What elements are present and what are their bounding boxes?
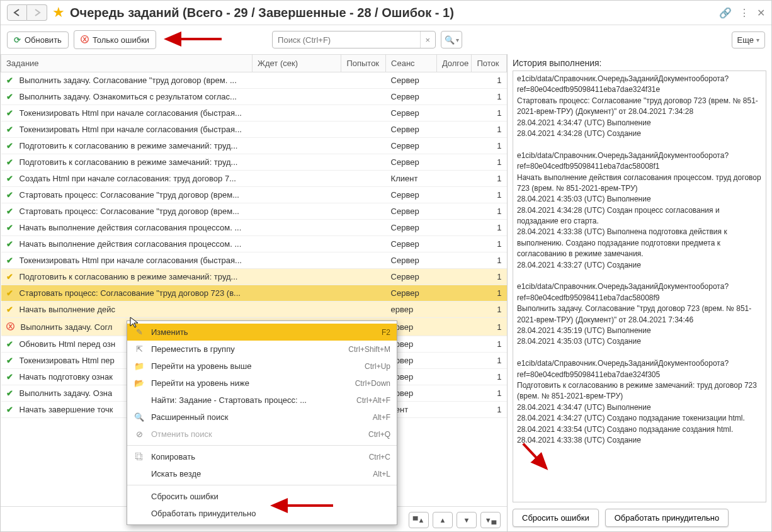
search-box[interactable]: × [272, 31, 436, 48]
menu-item-label: Перейти на уровень ниже [151, 378, 349, 388]
flow-cell: 1 [472, 285, 507, 302]
wait-cell [252, 302, 341, 318]
check-icon: ✔ [6, 207, 13, 216]
annotation-arrow-3 [279, 497, 336, 517]
check-icon: ✔ [6, 339, 13, 349]
col-task-header[interactable]: Задание [1, 55, 253, 72]
error-filter-icon: ⓧ [81, 34, 89, 45]
context-menu-item[interactable]: Обработать принудительно [127, 505, 397, 522]
context-menu-item[interactable]: 📂Перейти на уровень нижеCtrl+Down [127, 375, 397, 392]
search-input[interactable] [273, 35, 419, 45]
table-row[interactable]: ✔Подготовить к согласованию в режиме зам… [1, 138, 507, 154]
col-long-header[interactable]: Долгое [436, 55, 472, 72]
menu-item-icon: ⊘ [133, 429, 145, 439]
table-row[interactable]: ✔Выполнить задачу. Согласование "труд до… [1, 72, 507, 89]
wait-cell [252, 89, 341, 105]
reset-errors-button[interactable]: Сбросить ошибки [513, 509, 599, 527]
task-cell: Начать выполнение дейс [20, 305, 115, 314]
refresh-button[interactable]: ⟳ Обновить [7, 31, 69, 48]
menu-item-icon: 🔍 [133, 412, 145, 422]
table-row[interactable]: ✔Начать выполнение дейсервер1 [1, 302, 507, 318]
flow-cell: 1 [472, 269, 507, 285]
kebab-menu-icon[interactable]: ⋮ [739, 7, 749, 19]
task-cell: Стартовать процесс: Согласование "труд д… [20, 288, 241, 298]
nav-last-button[interactable]: ▼▄ [480, 512, 501, 528]
col-tries-header[interactable]: Попыток [341, 55, 386, 72]
long-cell [436, 353, 472, 369]
tries-cell [341, 252, 386, 269]
tries-cell [341, 236, 386, 252]
task-cell: Стартовать процесс: Согласование "труд д… [20, 207, 239, 216]
session-cell: Сервер [386, 138, 437, 154]
check-icon: ✔ [6, 108, 13, 118]
flow-cell: 1 [472, 187, 507, 203]
menu-item-label: Переместить в группу [151, 344, 342, 354]
table-row[interactable]: ✔Начать выполнение действия согласования… [1, 220, 507, 236]
check-icon: ✔ [6, 223, 13, 232]
task-cell: Токенизировать Html при начале согласова… [20, 125, 242, 134]
col-wait-header[interactable]: Ждет (сек) [252, 55, 341, 72]
context-menu-item[interactable]: Найти: Задание - Стартовать процесс: ...… [127, 392, 397, 409]
nav-first-button[interactable]: ▀▲ [409, 512, 429, 528]
table-row[interactable]: ✔Стартовать процесс: Согласование "труд … [1, 187, 507, 203]
more-button[interactable]: Еще ▾ [732, 31, 765, 48]
nav-forward-button[interactable] [27, 4, 47, 21]
flow-cell: 1 [472, 122, 507, 138]
search-icon: 🔍 [445, 35, 455, 45]
check-icon: ✔ [6, 405, 13, 414]
only-errors-button[interactable]: ⓧ Только ошибки [74, 30, 156, 49]
check-icon: ✔ [6, 125, 13, 134]
context-menu-item[interactable]: 🔍Расширенный поискAlt+F [127, 409, 397, 426]
context-menu-item: ⊘Отменить поискCtrl+Q [127, 426, 397, 443]
context-menu: ✎ИзменитьF2⇱Переместить в группуCtrl+Shi… [127, 320, 397, 525]
context-menu-item[interactable]: ⿻КопироватьCtrl+C [127, 448, 397, 465]
context-menu-item[interactable]: ⇱Переместить в группуCtrl+Shift+M [127, 341, 397, 358]
chevron-down-icon: ▾ [756, 37, 759, 43]
table-row[interactable]: ✔Подготовить к согласованию в режиме зам… [1, 269, 507, 285]
table-row[interactable]: ✔Стартовать процесс: Согласование "труд … [1, 203, 507, 220]
task-cell: Подготовить к согласованию в режиме заме… [20, 157, 238, 167]
flow-cell: 1 [472, 402, 507, 418]
search-clear-icon[interactable]: × [420, 31, 436, 48]
check-icon: ✔ [6, 256, 13, 265]
wait-cell [252, 122, 341, 138]
table-row[interactable]: ✔Начать выполнение действия согласования… [1, 236, 507, 252]
tries-cell [341, 171, 386, 187]
check-icon: ✔ [6, 157, 13, 167]
long-cell [436, 89, 472, 105]
tries-cell [341, 154, 386, 171]
wait-cell [252, 72, 341, 89]
task-cell: Начать выполнение действия согласования … [20, 223, 242, 232]
menu-item-icon: 📁 [133, 361, 145, 371]
context-menu-item[interactable]: Искать вездеAlt+L [127, 465, 397, 482]
context-menu-item[interactable]: ✎ИзменитьF2 [127, 324, 397, 341]
check-icon: ✔ [6, 141, 13, 150]
nav-down-button[interactable]: ▼ [457, 512, 477, 528]
session-cell: ервер [386, 302, 437, 318]
table-row[interactable]: ✔Подготовить к согласованию в режиме зам… [1, 154, 507, 171]
long-cell [436, 369, 472, 385]
favorite-star-icon[interactable]: ★ [52, 4, 65, 21]
link-icon[interactable]: 🔗 [719, 7, 732, 19]
col-session-header[interactable]: Сеанс [386, 55, 437, 72]
tries-cell [341, 187, 386, 203]
long-cell [436, 122, 472, 138]
table-row[interactable]: ✔Создать Html при начале согласования: т… [1, 171, 507, 187]
menu-item-shortcut: Alt+F [373, 413, 390, 422]
col-flow-header[interactable]: Поток [472, 55, 507, 72]
task-cell: Начать подготовку ознак [20, 372, 113, 382]
table-row[interactable]: ✔Стартовать процесс: Согласование "труд … [1, 285, 507, 302]
context-menu-item[interactable]: 📁Перейти на уровень вышеCtrl+Up [127, 358, 397, 375]
context-menu-item[interactable]: Сбросить ошибки [127, 488, 397, 505]
force-process-button[interactable]: Обработать принудительно [605, 509, 729, 527]
table-row[interactable]: ✔Токенизировать Html при начале согласов… [1, 122, 507, 138]
close-icon[interactable]: ✕ [757, 7, 765, 19]
table-row[interactable]: ✔Токенизировать Html при начале согласов… [1, 105, 507, 122]
tries-cell [341, 138, 386, 154]
table-row[interactable]: ✔Выполнить задачу. Ознакомиться с резуль… [1, 89, 507, 105]
table-row[interactable]: ✔Токенизировать Html при начале согласов… [1, 252, 507, 269]
nav-back-button[interactable] [7, 4, 27, 21]
search-dropdown-button[interactable]: 🔍▾ [441, 31, 462, 48]
nav-up-button[interactable]: ▲ [433, 512, 453, 528]
flow-cell: 1 [472, 385, 507, 402]
